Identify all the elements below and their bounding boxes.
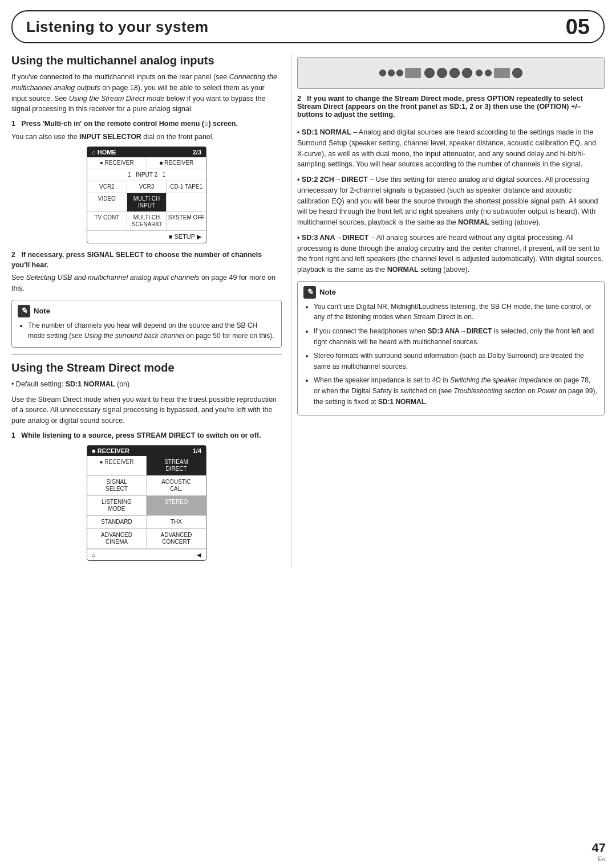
note2-header: ✎ Note bbox=[303, 286, 598, 299]
home-cell-video: VIDEO bbox=[87, 193, 127, 211]
step1-body: You can also use the INPUT SELECTOR dial… bbox=[11, 132, 282, 142]
rcell-advconcert: ADVANCEDCONCERT bbox=[147, 529, 206, 549]
home-row-1: ● RECEIVER ■ RECEIVER bbox=[87, 157, 206, 169]
home-cell-cd: CD-1 TAPE1 bbox=[167, 181, 206, 193]
bullet-sd2: • SD:2 2CH→DIRECT – Use this setting for… bbox=[297, 174, 605, 228]
section2-body1: Use the Stream Direct mode when you want… bbox=[11, 394, 282, 426]
note2-item-4: When the speaker impedance is set to 4Ω … bbox=[314, 375, 598, 407]
rcell-receiver: ● RECEIVER bbox=[87, 456, 147, 476]
receiver-nav-back: ◀ bbox=[197, 552, 201, 558]
note2-item-2: If you connect the headphones when SD:3 … bbox=[314, 326, 598, 347]
home-menu-header: ⌂ HOME 2/3 bbox=[87, 147, 206, 157]
rcell-standard: STANDARD bbox=[87, 516, 147, 529]
panel-right bbox=[476, 68, 522, 78]
home-nav-setup: ■ SETUP ▶ bbox=[169, 233, 201, 241]
step1-heading: 1 Press 'Multi-ch in' on the remote cont… bbox=[11, 119, 282, 129]
rcell-signal: SIGNALSELECT bbox=[87, 476, 147, 496]
home-cell-tvcont: TV CONT bbox=[87, 212, 127, 230]
note1-header: ✎ Note bbox=[18, 305, 275, 317]
note-icon-2: ✎ bbox=[303, 286, 316, 299]
receiver-icon: ■ RECEIVER bbox=[92, 447, 129, 454]
receiver-menu-grid: ● RECEIVER STREAMDIRECT SIGNALSELECT ACO… bbox=[87, 456, 206, 549]
rcell-acoustic: ACOUSTICCAL. bbox=[147, 476, 206, 496]
step3-heading: 1 While listening to a source, press STR… bbox=[11, 431, 282, 441]
panel-btn-r3 bbox=[512, 68, 522, 78]
panel-btn-r2 bbox=[485, 70, 492, 76]
header-bar: Listening to your system 05 bbox=[11, 10, 605, 43]
section1-title: Using the multichannel analog inputs bbox=[11, 54, 282, 67]
panel-buttons-left bbox=[379, 68, 421, 78]
receiver-nav: ⌂ ◀ bbox=[87, 549, 206, 560]
section2-bullet: • Default setting: SD:1 NORMAL (on) bbox=[11, 379, 282, 390]
rcell-stereo: STEREO bbox=[147, 496, 206, 516]
panel-btn-1 bbox=[379, 70, 386, 76]
panel-btn-2 bbox=[388, 70, 395, 76]
home-row-nav: ■ SETUP ▶ bbox=[87, 231, 206, 243]
panel-rect-2 bbox=[494, 68, 510, 78]
home-row-2: 1 INPUT 2 1 bbox=[87, 169, 206, 181]
panel-btn-large-2 bbox=[437, 68, 447, 78]
panel-btn-large-1 bbox=[424, 68, 435, 78]
page-number-box: 47 En bbox=[592, 841, 606, 862]
home-cell-sysoff: SYSTEM OFF bbox=[167, 212, 206, 230]
main-content: Using the multichannel analog inputs If … bbox=[0, 43, 616, 579]
note2-item-3: Stereo formats with surround sound infor… bbox=[314, 351, 598, 372]
front-panel-image bbox=[297, 57, 605, 89]
section2-title: Using the Stream Direct mode bbox=[11, 361, 282, 374]
note-icon-1: ✎ bbox=[18, 305, 30, 317]
panel-btn-large-4 bbox=[462, 68, 472, 78]
rcell-listening: LISTENINGMODE bbox=[87, 496, 147, 516]
home-cell-receiver1: ● RECEIVER bbox=[87, 157, 147, 169]
rcell-advcinema: ADVANCEDCINEMA bbox=[87, 529, 147, 549]
home-cell-vcr3: VCR3 bbox=[127, 181, 167, 193]
home-cell-input2: 1 INPUT 2 1 bbox=[87, 169, 206, 181]
home-cell-receiver2: ■ RECEIVER bbox=[147, 157, 206, 169]
home-page: 2/3 bbox=[193, 149, 201, 156]
home-icon: ⌂ HOME bbox=[92, 149, 116, 156]
header-title: Listening to your system bbox=[26, 18, 209, 36]
rcell-stream: STREAMDIRECT bbox=[147, 456, 206, 476]
home-row-3: VCR2 VCR3 CD-1 TAPE1 bbox=[87, 181, 206, 193]
note2-list: You can't use Digital NR, Midnight/Loudn… bbox=[303, 301, 598, 407]
home-cell-multich: MULTI CH INPUT bbox=[127, 193, 167, 211]
rcell-thx: THX bbox=[147, 516, 206, 529]
right-column: 2 If you want to change the Stream Direc… bbox=[291, 54, 605, 568]
page-number: 47 bbox=[592, 841, 606, 855]
home-cell-multiscenario: MULTI CH SCENARIO bbox=[127, 212, 167, 230]
receiver-nav-home: ⌂ bbox=[92, 552, 95, 558]
chapter-number: 05 bbox=[566, 16, 590, 38]
right-step2-heading: 2 If you want to change the Stream Direc… bbox=[297, 95, 605, 119]
note-box-2: ✎ Note You can't use Digital NR, Midnigh… bbox=[297, 281, 605, 415]
panel-btn-large-3 bbox=[449, 68, 460, 78]
page-lang: En bbox=[598, 855, 606, 862]
panel-btn-3 bbox=[396, 70, 403, 76]
note2-item-1: You can't use Digital NR, Midnight/Loudn… bbox=[314, 301, 598, 323]
note-box-1: ✎ Note The number of channels you hear w… bbox=[11, 300, 282, 348]
home-row-4: VIDEO MULTI CH INPUT bbox=[87, 193, 206, 212]
receiver-menu-header: ■ RECEIVER 1/4 bbox=[87, 446, 206, 456]
step2-heading: 2 If necessary, press SIGNAL SELECT to c… bbox=[11, 250, 282, 270]
panel-btn-r1 bbox=[476, 70, 483, 76]
home-cell-empty bbox=[167, 193, 206, 211]
panel-rect-1 bbox=[405, 68, 421, 78]
note1-list: The number of channels you hear will dep… bbox=[18, 320, 275, 341]
left-column: Using the multichannel analog inputs If … bbox=[11, 54, 291, 568]
receiver-menu-display: ■ RECEIVER 1/4 ● RECEIVER STREAMDIRECT S… bbox=[87, 445, 206, 561]
section1-body1: If you've connected to the multichannel … bbox=[11, 72, 282, 115]
panel-center bbox=[424, 68, 472, 78]
home-row-5: TV CONT MULTI CH SCENARIO SYSTEM OFF bbox=[87, 212, 206, 231]
step2-body: See Selecting USB and multichannel analo… bbox=[11, 272, 282, 294]
receiver-page: 1/4 bbox=[193, 447, 201, 454]
home-cell-vcr2: VCR2 bbox=[87, 181, 127, 193]
divider-1 bbox=[11, 354, 282, 355]
note1-item-1: The number of channels you hear will dep… bbox=[28, 320, 275, 341]
home-menu-display: ⌂ HOME 2/3 ● RECEIVER ■ RECEIVER 1 INPUT… bbox=[87, 146, 206, 243]
bullet-sd3: • SD:3 ANA→DIRECT – All analog sources a… bbox=[297, 233, 605, 275]
bullet-sd1: • SD:1 NORMAL – Analog and digital sourc… bbox=[297, 127, 605, 170]
